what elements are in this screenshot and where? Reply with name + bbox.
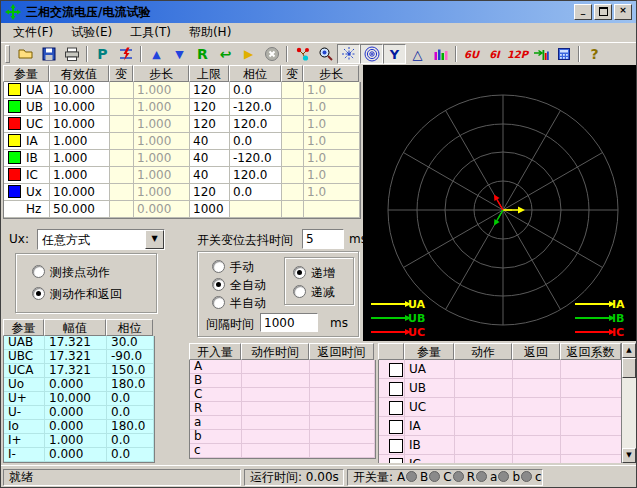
- phase-cell[interactable]: -120.0: [230, 150, 282, 167]
- phase-cell[interactable]: 0.0: [230, 133, 282, 150]
- var-cell[interactable]: [282, 99, 304, 116]
- help-button[interactable]: ?: [583, 44, 606, 64]
- limit-cell[interactable]: 40: [190, 167, 230, 184]
- value-cell[interactable]: 50.000: [50, 201, 110, 218]
- value-cell[interactable]: 10.000: [50, 184, 110, 201]
- phase-cell[interactable]: 120.0: [230, 167, 282, 184]
- vertical-scrollbar[interactable]: ▲ ▼: [621, 343, 636, 463]
- var-cell[interactable]: [282, 167, 304, 184]
- minimize-button[interactable]: _: [574, 4, 592, 20]
- ux-mode-combobox[interactable]: 任意方式 ▼: [37, 229, 165, 250]
- pstep-cell[interactable]: 1.0: [304, 82, 360, 99]
- start-button[interactable]: ▶: [237, 44, 260, 64]
- pstep-cell[interactable]: 1.0: [304, 167, 360, 184]
- radio-decrease[interactable]: 递减: [293, 284, 335, 301]
- row-checkbox[interactable]: [389, 420, 403, 434]
- output-6i-button[interactable]: 6I: [483, 44, 506, 64]
- var-cell[interactable]: [110, 201, 134, 218]
- stop-button[interactable]: [260, 44, 283, 64]
- limit-cell[interactable]: 1000: [190, 201, 230, 218]
- phase-cell[interactable]: [230, 201, 282, 218]
- step-up-button[interactable]: ▲: [145, 44, 168, 64]
- limit-cell[interactable]: 120: [190, 99, 230, 116]
- output-6u-button[interactable]: 6U: [460, 44, 483, 64]
- menu-help[interactable]: 帮助(H): [180, 23, 240, 42]
- scrollbar-thumb[interactable]: [622, 358, 636, 378]
- output-hold-button[interactable]: [529, 44, 552, 64]
- step-down-button[interactable]: ▼: [168, 44, 191, 64]
- interval-input[interactable]: [260, 313, 318, 332]
- phase-cell[interactable]: 0.0: [230, 82, 282, 99]
- scroll-down-icon[interactable]: ▼: [622, 448, 636, 463]
- pstep-cell[interactable]: 1.0: [304, 150, 360, 167]
- value-cell[interactable]: 10.000: [50, 82, 110, 99]
- pstep-cell[interactable]: [304, 201, 360, 218]
- zoom-button[interactable]: [314, 44, 337, 64]
- phase-cell[interactable]: -120.0: [230, 99, 282, 116]
- var-cell[interactable]: [110, 82, 134, 99]
- radio-increase[interactable]: 递增: [293, 265, 335, 282]
- var-cell[interactable]: [282, 150, 304, 167]
- radio-contact-action[interactable]: 测接点动作: [32, 264, 110, 281]
- radio-semi-auto[interactable]: 半自动: [212, 295, 266, 312]
- phase-cell[interactable]: 0.0: [230, 184, 282, 201]
- step-cell[interactable]: 1.000: [134, 184, 190, 201]
- limit-cell[interactable]: 120: [190, 82, 230, 99]
- close-button[interactable]: ×: [614, 4, 632, 20]
- step-cell[interactable]: 1.000: [134, 82, 190, 99]
- row-checkbox[interactable]: [389, 382, 403, 396]
- maximize-button[interactable]: [594, 4, 612, 20]
- row-checkbox[interactable]: [389, 458, 403, 463]
- row-checkbox[interactable]: [389, 439, 403, 453]
- var-cell[interactable]: [110, 167, 134, 184]
- pstep-cell[interactable]: 1.0: [304, 116, 360, 133]
- pstep-cell[interactable]: 1.0: [304, 99, 360, 116]
- calculator-button[interactable]: [552, 44, 575, 64]
- step-cell[interactable]: 1.000: [134, 167, 190, 184]
- step-cell[interactable]: 1.000: [134, 116, 190, 133]
- y-connection-button[interactable]: Y: [383, 44, 406, 64]
- limit-cell[interactable]: 40: [190, 133, 230, 150]
- fault-trigger-button[interactable]: [114, 44, 137, 64]
- step-cell[interactable]: 0.000: [134, 201, 190, 218]
- phase-cell[interactable]: 120.0: [230, 116, 282, 133]
- harmonic-bars-button[interactable]: [429, 44, 452, 64]
- radio-action-and-return[interactable]: 测动作和返回: [32, 286, 122, 303]
- var-cell[interactable]: [110, 150, 134, 167]
- radio-manual[interactable]: 手动: [212, 259, 254, 276]
- var-cell[interactable]: [110, 184, 134, 201]
- var-cell[interactable]: [282, 116, 304, 133]
- var-cell[interactable]: [282, 133, 304, 150]
- value-cell[interactable]: 1.000: [50, 150, 110, 167]
- radio-full-auto[interactable]: 全自动: [212, 277, 266, 294]
- open-button[interactable]: [14, 44, 37, 64]
- save-button[interactable]: [37, 44, 60, 64]
- parameter-p-button[interactable]: P: [91, 44, 114, 64]
- scroll-up-icon[interactable]: ▲: [622, 343, 636, 358]
- print-button[interactable]: [60, 44, 83, 64]
- vector-diagram-button[interactable]: [291, 44, 314, 64]
- undo-button[interactable]: ↩: [214, 44, 237, 64]
- var-cell[interactable]: [282, 82, 304, 99]
- limit-cell[interactable]: 120: [190, 184, 230, 201]
- cursor-rays-button[interactable]: [337, 44, 360, 64]
- output-12p-button[interactable]: 12P: [506, 44, 529, 64]
- step-cell[interactable]: 1.000: [134, 99, 190, 116]
- menu-test[interactable]: 试验(E): [62, 23, 121, 42]
- menu-tools[interactable]: 工具(T): [121, 23, 180, 42]
- menu-file[interactable]: 文件(F): [4, 23, 62, 42]
- value-cell[interactable]: 10.000: [50, 116, 110, 133]
- var-cell[interactable]: [282, 184, 304, 201]
- concentric-rings-button[interactable]: [360, 44, 383, 64]
- delta-connection-button[interactable]: △: [406, 44, 429, 64]
- var-cell[interactable]: [110, 99, 134, 116]
- step-cell[interactable]: 1.000: [134, 150, 190, 167]
- var-cell[interactable]: [110, 116, 134, 133]
- chevron-down-icon[interactable]: ▼: [145, 230, 164, 249]
- pstep-cell[interactable]: 1.0: [304, 133, 360, 150]
- row-checkbox[interactable]: [389, 363, 403, 377]
- step-cell[interactable]: 1.000: [134, 133, 190, 150]
- reset-button[interactable]: R: [191, 44, 214, 64]
- value-cell[interactable]: 10.000: [50, 99, 110, 116]
- var-cell[interactable]: [110, 133, 134, 150]
